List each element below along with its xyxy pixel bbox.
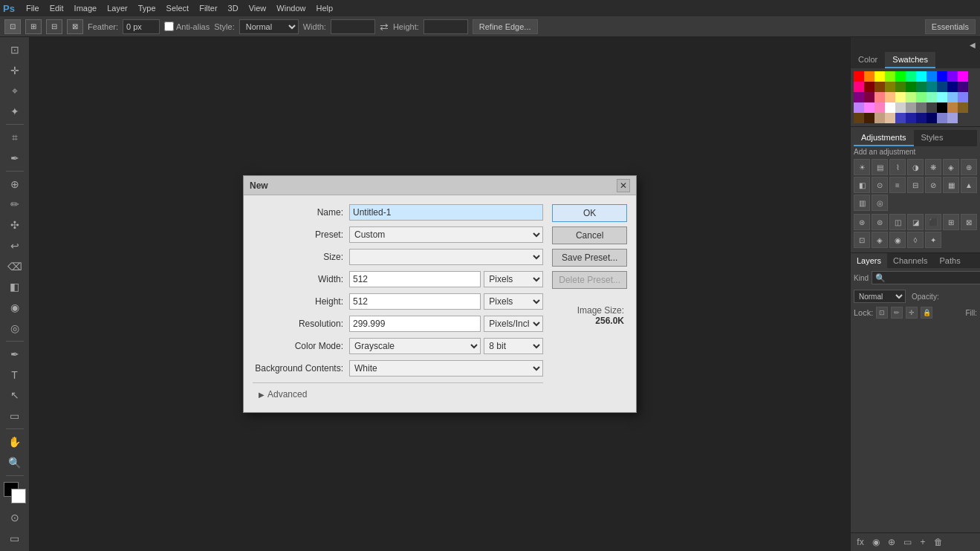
tool-marquee[interactable]: ⊡ (4, 40, 26, 59)
menu-file[interactable]: File (21, 2, 45, 14)
tool-history-brush[interactable]: ↩ (4, 236, 26, 255)
swatch-404040[interactable] (927, 102, 937, 113)
swatch-0080ff[interactable] (927, 71, 937, 82)
swatch-a0a0a0[interactable] (906, 102, 916, 113)
adj-levels[interactable]: ▤ (872, 159, 888, 175)
refine-edge-button[interactable]: Refine Edge... (473, 19, 538, 34)
tab-adjustments[interactable]: Adjustments (854, 130, 914, 146)
tool-clone-stamp[interactable]: ✣ (4, 215, 26, 235)
adj-extra-5[interactable]: ⬛ (925, 214, 941, 230)
tool-mode-add[interactable]: ⊞ (25, 19, 42, 34)
menu-select[interactable]: Select (161, 2, 195, 14)
menu-image[interactable]: Image (69, 2, 103, 14)
ok-button[interactable]: OK (552, 204, 627, 222)
swatch-ff8080[interactable] (874, 92, 885, 102)
adj-hsl[interactable]: ◈ (943, 159, 959, 175)
tool-shape[interactable]: ▭ (4, 406, 26, 426)
tool-mode-new[interactable]: ⊡ (4, 19, 21, 34)
color-mode-select[interactable]: Bitmap Grayscale RGB Color CMYK Color La… (349, 338, 481, 354)
swatch-008000[interactable] (906, 82, 916, 92)
tab-paths[interactable]: Paths (934, 253, 967, 268)
swatch-00ffff[interactable] (916, 71, 927, 82)
swatch-800000[interactable] (864, 82, 874, 92)
adj-extra-11[interactable]: ◊ (907, 232, 924, 248)
swatch-402000[interactable] (864, 113, 874, 123)
layer-fx-icon[interactable]: fx (854, 535, 867, 549)
tool-quick-mask[interactable]: ⊙ (4, 508, 26, 527)
adj-extra-9[interactable]: ◈ (872, 232, 888, 248)
swatch-008040[interactable] (916, 82, 927, 92)
menu-window[interactable]: Window (271, 2, 311, 14)
adj-vibrance[interactable]: ❋ (925, 159, 941, 175)
name-input[interactable] (349, 204, 543, 221)
adj-exposure[interactable]: ◑ (907, 159, 924, 175)
adj-invert[interactable]: ⊘ (925, 177, 941, 193)
swatch-00ff00[interactable] (895, 71, 906, 82)
tool-lasso[interactable]: ⌖ (4, 82, 26, 101)
swatch-008080[interactable] (927, 82, 937, 92)
tool-hand[interactable]: ✋ (4, 432, 26, 451)
swatch-808000[interactable] (885, 82, 895, 92)
resolution-value-input[interactable] (349, 316, 481, 332)
essentials-button[interactable]: Essentials (925, 19, 976, 34)
swatch-80bfff[interactable] (947, 92, 958, 102)
tool-mode-subtract[interactable]: ⊟ (46, 19, 62, 34)
swatch-a0a0e0[interactable] (947, 113, 958, 123)
adj-extra-8[interactable]: ⊡ (854, 232, 870, 248)
swatch-ff8000[interactable] (864, 71, 874, 82)
cancel-button[interactable]: Cancel (552, 226, 627, 244)
swatch-bf80ff[interactable] (854, 102, 864, 113)
swatch-ff00ff[interactable] (958, 71, 968, 82)
adj-brightness[interactable]: ☀ (854, 159, 870, 175)
swatch-ff0000[interactable] (854, 71, 864, 82)
tool-crop[interactable]: ⌗ (4, 128, 26, 147)
tool-text[interactable]: T (4, 365, 26, 385)
adj-color-lookup[interactable]: ⊟ (907, 177, 924, 193)
menu-edit[interactable]: Edit (45, 2, 69, 14)
size-select[interactable] (349, 249, 543, 265)
tool-screen-mode[interactable]: ▭ (4, 529, 26, 548)
style-select[interactable]: Normal (239, 19, 299, 34)
layer-delete-icon[interactable]: 🗑 (932, 535, 945, 549)
adj-color-balance[interactable]: ⊕ (961, 159, 977, 175)
bg-contents-select[interactable]: White Background Color Transparent (349, 360, 543, 376)
swatch-000000[interactable] (937, 102, 947, 113)
adj-photo-filter[interactable]: ⊙ (872, 177, 888, 193)
tab-swatches[interactable]: Swatches (885, 52, 935, 68)
adj-channel-mixer[interactable]: ≡ (889, 177, 906, 193)
adj-extra-10[interactable]: ◉ (889, 232, 906, 248)
background-color[interactable] (11, 489, 26, 503)
layer-new-icon[interactable]: + (916, 535, 929, 549)
preset-select[interactable]: Custom Default Photoshop Size Letter Leg… (349, 226, 543, 243)
anti-alias-checkbox[interactable] (164, 22, 174, 31)
swap-icon[interactable]: ⇄ (380, 21, 389, 33)
swatch-80ffbf[interactable] (927, 92, 937, 102)
delete-preset-button[interactable]: Delete Preset... (552, 271, 627, 289)
swatch-8080d0[interactable] (937, 113, 947, 123)
menu-type[interactable]: Type (133, 2, 161, 14)
tab-styles[interactable]: Styles (914, 130, 951, 146)
lock-all-icon[interactable]: 🔒 (921, 307, 932, 319)
swatch-8080ff[interactable] (958, 92, 968, 102)
tab-channels[interactable]: Channels (887, 253, 933, 268)
swatch-4040c0[interactable] (895, 113, 906, 123)
tool-move[interactable]: ✛ (4, 61, 26, 80)
swatch-604010[interactable] (854, 113, 864, 123)
tool-magic-wand[interactable]: ✦ (4, 102, 26, 121)
menu-help[interactable]: Help (311, 2, 338, 14)
blend-mode-select[interactable]: Normal Dissolve Multiply (854, 290, 906, 303)
swatch-004080[interactable] (937, 82, 947, 92)
lock-position-icon[interactable]: ✛ (906, 307, 918, 319)
height-value-input[interactable] (349, 293, 481, 310)
height-unit-select[interactable]: Pixels Inches Centimeters (484, 293, 543, 310)
adj-extra-12[interactable]: ✦ (925, 232, 941, 248)
swatch-800080[interactable] (854, 92, 864, 102)
adj-posterize[interactable]: ▦ (943, 177, 959, 193)
menu-layer[interactable]: Layer (102, 2, 133, 14)
adj-extra-6[interactable]: ⊞ (943, 214, 959, 230)
swatch-ffff80[interactable] (895, 92, 906, 102)
lock-image-icon[interactable]: ✏ (891, 307, 903, 319)
width-value-input[interactable] (349, 271, 481, 287)
menu-view[interactable]: View (244, 2, 272, 14)
layer-mask-icon[interactable]: ◉ (869, 535, 883, 549)
